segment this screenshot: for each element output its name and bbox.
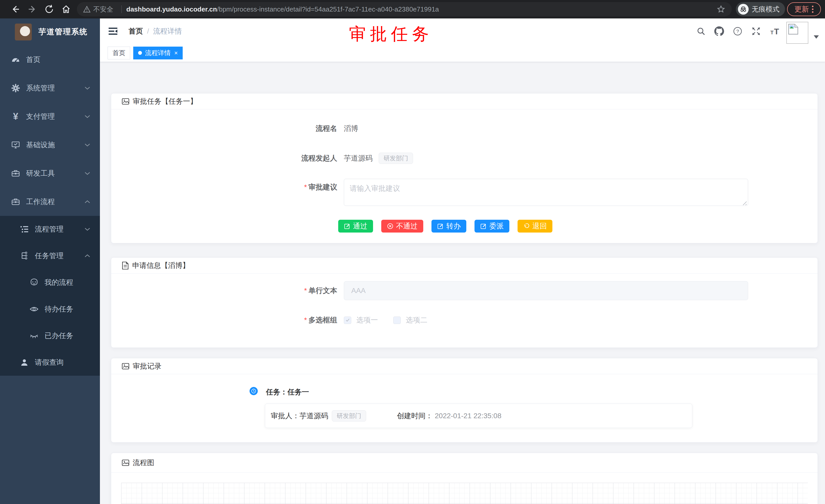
- sidebar-item-devtools[interactable]: 研发工具: [0, 159, 100, 187]
- comment-textarea-wrap: [344, 179, 748, 208]
- sidebar-item-label: 已办任务: [45, 331, 73, 341]
- fullscreen-icon[interactable]: [751, 26, 761, 36]
- flow-tree-icon: [19, 251, 30, 260]
- bookmark-star-icon[interactable]: [717, 5, 726, 14]
- button-label: 委派: [490, 221, 504, 231]
- edit-icon: [344, 223, 351, 230]
- sidebar-item-leave-query[interactable]: 请假查询: [0, 349, 100, 376]
- avatar-caret-icon[interactable]: [814, 35, 819, 39]
- initiator-label: 流程发起人: [111, 153, 344, 163]
- font-size-icon[interactable]: TT: [770, 26, 780, 36]
- tab-home[interactable]: 首页: [107, 47, 130, 60]
- sidebar-item-todo-tasks[interactable]: 待办任务: [0, 296, 100, 322]
- browser-back-icon[interactable]: [10, 4, 20, 14]
- chevron-down-icon: [84, 171, 91, 176]
- sidebar-item-label: 任务管理: [35, 251, 64, 261]
- card-header: 审批任务【任务一】: [111, 93, 818, 109]
- active-tab-dot: [138, 51, 142, 55]
- apply-info-card: 申请信息【滔博】 *单行文本 *多选框组 选项一 选项二: [111, 257, 818, 348]
- sidebar-item-home[interactable]: 首页: [0, 45, 100, 74]
- card-title: 流程图: [133, 458, 154, 468]
- breadcrumb: 首页 / 流程详情: [129, 18, 182, 44]
- browser-forward-icon[interactable]: [27, 4, 38, 14]
- yen-icon: ¥: [10, 111, 21, 122]
- checkbox-option-2[interactable]: 选项二: [393, 315, 427, 325]
- sidebar-item-my-process[interactable]: 我的流程: [0, 269, 100, 296]
- edit-icon: [437, 223, 444, 230]
- created-label: 创建时间：: [397, 411, 433, 421]
- breadcrumb-separator: /: [147, 27, 149, 35]
- created-time-value: 2022-01-21 22:35:08: [435, 412, 502, 420]
- sidebar-item-done-tasks[interactable]: 已办任务: [0, 322, 100, 349]
- search-icon[interactable]: [696, 27, 705, 36]
- edit-icon: [480, 223, 487, 230]
- text-label: 单行文本: [308, 286, 337, 295]
- svg-text:?: ?: [736, 29, 739, 34]
- broken-image-icon: [788, 23, 799, 35]
- incognito-icon: [738, 4, 749, 15]
- sidebar-item-task-mgmt[interactable]: 任务管理: [0, 243, 100, 269]
- checkbox-group-label: 多选框组: [308, 316, 337, 324]
- checkbox-label-wrap: *多选框组: [111, 315, 344, 325]
- sidebar-item-infrastructure[interactable]: 基础设施: [0, 131, 100, 159]
- circle-close-icon: [387, 223, 393, 230]
- browser-home-icon[interactable]: [61, 4, 71, 14]
- github-icon[interactable]: [714, 26, 724, 36]
- picture-outline-icon: [122, 97, 130, 105]
- checkbox-option-1[interactable]: 选项一: [344, 315, 378, 325]
- checkbox-option-label: 选项一: [356, 315, 378, 325]
- card-title: 审批记录: [133, 361, 161, 371]
- browser-update-button[interactable]: 更新: [787, 2, 821, 16]
- transfer-button[interactable]: 转办: [432, 220, 466, 233]
- text-label-wrap: *单行文本: [111, 286, 344, 296]
- breadcrumb-current: 流程详情: [153, 26, 182, 36]
- required-asterisk: *: [304, 286, 307, 295]
- header-action-icons: ? TT: [696, 18, 780, 44]
- help-icon[interactable]: ?: [733, 26, 743, 36]
- gear-icon: [10, 83, 21, 93]
- browser-menu-icon[interactable]: [812, 6, 814, 13]
- approver-label: 审批人：: [271, 411, 300, 421]
- sidebar: 芋道管理系统 首页 系统管理 ¥ 支付管理 基础设施 研发工具 工作流程 流程管…: [0, 18, 100, 504]
- browser-reload-icon[interactable]: [44, 4, 54, 14]
- breadcrumb-home[interactable]: 首页: [129, 26, 143, 36]
- chevron-down-icon: [84, 86, 91, 90]
- sidebar-item-label: 基础设施: [26, 140, 55, 150]
- process-name-row: 流程名 滔博: [111, 119, 818, 138]
- robot-face-icon: [29, 278, 40, 287]
- comment-label: 审批建议: [308, 183, 337, 191]
- record-detail-box: 审批人： 芋道源码 研发部门 创建时间： 2022-01-21 22:35:08: [265, 404, 692, 428]
- url-host: dashboard.yudao.iocoder.cn: [126, 5, 217, 13]
- chevron-down-icon: [84, 227, 91, 232]
- address-bar[interactable]: 不安全 dashboard.yudao.iocoder.cn /bpm/proc…: [77, 2, 732, 16]
- reject-button[interactable]: 不通过: [381, 220, 423, 233]
- sidebar-item-system[interactable]: 系统管理: [0, 74, 100, 102]
- incognito-label: 无痕模式: [752, 5, 779, 14]
- tags-view-bar: 首页 流程详情 ×: [100, 44, 825, 62]
- tab-label: 流程详情: [145, 49, 171, 57]
- page-header: 首页 / 流程详情 审批任务 ? TT: [100, 18, 825, 44]
- list-tree-icon: [19, 225, 30, 234]
- tab-process-detail[interactable]: 流程详情 ×: [133, 47, 183, 60]
- required-asterisk: *: [304, 183, 307, 191]
- delegate-button[interactable]: 委派: [474, 220, 509, 233]
- chevron-up-icon: [84, 254, 91, 258]
- process-name-label: 流程名: [111, 124, 344, 134]
- tab-close-icon[interactable]: ×: [174, 50, 178, 57]
- single-text-row: *单行文本: [111, 281, 818, 300]
- app-logo-row[interactable]: 芋道管理系统: [0, 18, 100, 45]
- update-label: 更新: [795, 4, 809, 14]
- sidebar-item-process-mgmt[interactable]: 流程管理: [0, 216, 100, 243]
- single-text-input[interactable]: [344, 281, 748, 300]
- sidebar-collapse-icon[interactable]: [107, 26, 119, 36]
- sidebar-item-workflow[interactable]: 工作流程: [0, 187, 100, 216]
- return-button[interactable]: 退回: [518, 220, 552, 233]
- sidebar-item-payment[interactable]: ¥ 支付管理: [0, 102, 100, 131]
- comment-textarea[interactable]: [344, 179, 748, 206]
- page-content: 审批任务【任务一】 流程名 滔博 流程发起人 芋道源码 研发部门 *审批建议: [100, 62, 825, 504]
- avatar-broken-image[interactable]: [786, 22, 808, 44]
- app-logo: [15, 23, 32, 40]
- eye-open-icon: [29, 305, 40, 314]
- bpmn-grid-canvas[interactable]: [121, 483, 808, 504]
- approve-button[interactable]: 通过: [338, 220, 373, 233]
